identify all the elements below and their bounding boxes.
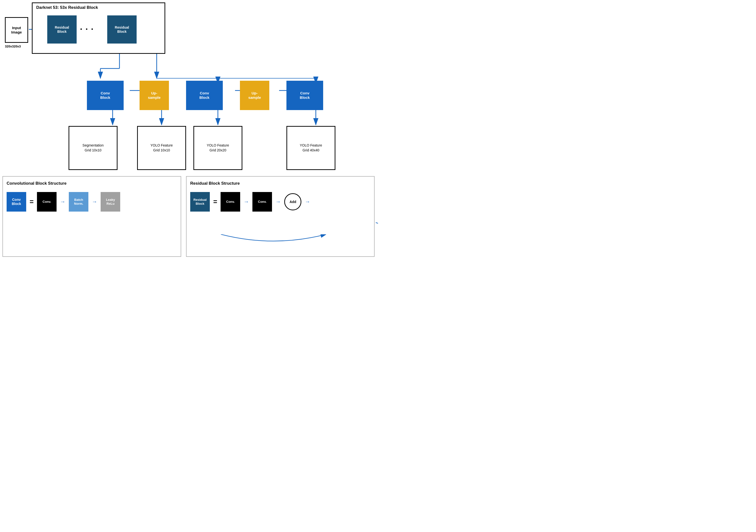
legend-conv-conv: Conv. (37, 192, 57, 212)
diagram: Input Image 320x320x3 Darknet 53: 53x Re… (0, 0, 378, 266)
legend-res-add: Add (284, 193, 301, 210)
output-yolo-40x40: YOLO FeatureGrid 40x40 (286, 126, 336, 170)
input-image-label: Input Image (11, 26, 22, 35)
input-size-label: 320x320x3 (5, 44, 21, 48)
darknet-title: Darknet 53: 53x Residual Block (36, 5, 98, 10)
output-yolo-10x10: YOLO FeatureGrid 10x10 (137, 126, 186, 170)
conv-block-1: ConvBlock (87, 81, 123, 110)
legend-res-add-label: Add (290, 200, 296, 204)
legend-res-equals: = (213, 198, 217, 206)
output-segmentation: SegmentationGrid 10x10 (68, 126, 118, 170)
input-image-box: Input Image (5, 17, 28, 43)
conv-block-3: ConvBlock (286, 81, 323, 110)
arrow-5: → (305, 199, 310, 205)
output-yolo-20x20: YOLO FeatureGrid 20x20 (193, 126, 242, 170)
residual-block-2: ResidualBlock (107, 15, 137, 43)
legend-conv-content: ConvBlock = Conv. → BatchNorm. → LeakyRe… (7, 192, 177, 212)
conv-block-2: ConvBlock (186, 81, 223, 110)
dots: • • • (80, 26, 94, 32)
legend-conv-block-icon: ConvBlock (7, 192, 26, 212)
legend-res-title: Residual Block Structure (190, 181, 370, 186)
legend-res-block-icon: ResidualBlock (190, 192, 210, 212)
legend-conv-leakyrelu: LeakyReLu (101, 192, 120, 212)
legend-res-content: ResidualBlock = Conv. → Conv. → Add → (190, 192, 370, 212)
arrow-2: → (92, 199, 97, 205)
legend-conv-equals: = (30, 198, 34, 206)
upsample-2: Up-sample (240, 81, 269, 110)
legend-conv-box: Convolutional Block Structure ConvBlock … (2, 176, 181, 257)
bypass-arc (221, 234, 326, 249)
legend-res-box: Residual Block Structure ResidualBlock =… (186, 176, 375, 257)
upsample-1: Up-sample (140, 81, 169, 110)
arrow-4: → (275, 199, 281, 205)
legend-conv-title: Convolutional Block Structure (7, 181, 177, 186)
residual-block-1: ResidualBlock (47, 15, 77, 43)
legend-conv-batchnorm: BatchNorm. (69, 192, 88, 212)
arrow-1: → (60, 199, 66, 205)
darknet-box: Darknet 53: 53x Residual Block ResidualB… (32, 2, 165, 54)
legend-res-conv2: Conv. (253, 192, 272, 212)
arrow-3: → (244, 199, 249, 205)
legend-res-conv1: Conv. (221, 192, 240, 212)
